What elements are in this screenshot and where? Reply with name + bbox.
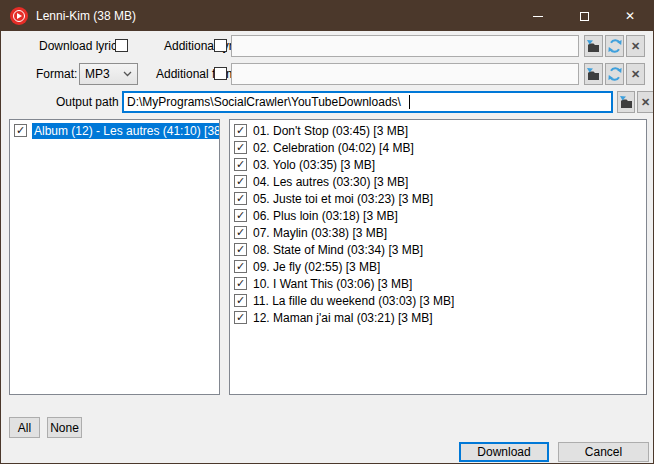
clear-button[interactable]: ✕ [626,63,645,85]
browse-folder-button[interactable] [617,91,635,113]
track-list[interactable]: ✓ 01. Don't Stop (03:45) [3 MB] ✓ 02. Ce… [229,119,647,395]
all-button[interactable]: All [9,417,40,438]
cancel-button[interactable]: Cancel [558,442,649,462]
check-icon: ✓ [236,210,245,221]
text-caret [409,95,410,109]
check-icon: ✓ [16,125,25,136]
youtube-music-icon [10,7,28,25]
format-label: Format: [36,63,77,85]
track-label: 04. Les autres (03:30) [3 MB] [253,175,408,189]
album-list[interactable]: ✓ Album (12) - Les autres (41:10) [38 MB… [9,119,220,395]
track-row[interactable]: ✓ 10. I Want This (03:06) [3 MB] [230,275,646,292]
track-checkbox[interactable]: ✓ [234,192,247,205]
folder-import-icon [587,40,600,53]
download-button[interactable]: Download [459,442,549,462]
track-checkbox[interactable]: ✓ [234,141,247,154]
track-row[interactable]: ✓ 11. La fille du weekend (03:03) [3 MB] [230,292,646,309]
track-checkbox[interactable]: ✓ [234,277,247,290]
check-icon: ✓ [236,261,245,272]
track-label: 12. Maman j'ai mal (03:21) [3 MB] [253,311,433,325]
track-row[interactable]: ✓ 05. Juste toi et moi (03:23) [3 MB] [230,190,646,207]
none-button[interactable]: None [47,417,82,438]
track-row[interactable]: ✓ 02. Celebration (04:02) [4 MB] [230,139,646,156]
track-row[interactable]: ✓ 12. Maman j'ai mal (03:21) [3 MB] [230,309,646,326]
clear-button[interactable]: ✕ [626,35,645,57]
check-icon: ✓ [236,176,245,187]
track-label: 08. State of Mind (03:34) [3 MB] [253,243,423,257]
track-label: 07. Maylin (03:38) [3 MB] [253,226,387,240]
check-icon: ✓ [236,142,245,153]
clear-button[interactable]: ✕ [637,91,654,113]
check-icon: ✓ [236,125,245,136]
format-select[interactable]: MP3 [79,63,138,85]
track-row[interactable]: ✓ 06. Plus loin (03:18) [3 MB] [230,207,646,224]
track-checkbox[interactable]: ✓ [234,243,247,256]
minimize-icon [533,16,543,17]
track-label: 09. Je fly (02:55) [3 MB] [253,260,380,274]
track-label: 01. Don't Stop (03:45) [3 MB] [253,124,408,138]
maximize-button[interactable] [561,1,607,31]
additional-lyrics-input[interactable] [231,35,579,57]
browse-folder-button[interactable] [584,63,603,85]
refresh-icon [608,39,622,53]
check-icon: ✓ [236,312,245,323]
window-title: Lenni-Kim (38 MB) [36,9,136,23]
track-checkbox[interactable]: ✓ [234,226,247,239]
track-label: 05. Juste toi et moi (03:23) [3 MB] [253,192,433,206]
check-icon: ✓ [236,295,245,306]
refresh-button[interactable] [605,35,624,57]
check-icon: ✓ [236,244,245,255]
minimize-button[interactable] [515,1,561,31]
track-label: 03. Yolo (03:35) [3 MB] [253,158,375,172]
check-icon: ✓ [236,227,245,238]
track-row[interactable]: ✓ 09. Je fly (02:55) [3 MB] [230,258,646,275]
album-row[interactable]: ✓ Album (12) - Les autres (41:10) [38 MB… [10,122,219,139]
track-row[interactable]: ✓ 01. Don't Stop (03:45) [3 MB] [230,122,646,139]
track-checkbox[interactable]: ✓ [234,124,247,137]
output-path-label: Output path [56,91,119,113]
download-lyrics-label: Download lyrics [39,35,123,57]
maximize-icon [580,12,589,21]
track-row[interactable]: ✓ 07. Maylin (03:38) [3 MB] [230,224,646,241]
track-label: 11. La fille du weekend (03:03) [3 MB] [253,294,454,308]
album-label: Album (12) - Les autres (41:10) [38 MB] [32,123,219,139]
format-value: MP3 [85,67,110,81]
check-icon: ✓ [236,278,245,289]
track-row[interactable]: ✓ 04. Les autres (03:30) [3 MB] [230,173,646,190]
track-row[interactable]: ✓ 08. State of Mind (03:34) [3 MB] [230,241,646,258]
check-icon: ✓ [236,193,245,204]
album-checkbox[interactable]: ✓ [14,124,27,137]
refresh-icon [608,67,622,81]
track-checkbox[interactable]: ✓ [234,175,247,188]
close-icon: ✕ [625,9,635,23]
window-controls: ✕ [515,1,653,31]
track-label: 06. Plus loin (03:18) [3 MB] [253,209,398,223]
refresh-button[interactable] [605,63,624,85]
track-checkbox[interactable]: ✓ [234,294,247,307]
track-row[interactable]: ✓ 03. Yolo (03:35) [3 MB] [230,156,646,173]
track-checkbox[interactable]: ✓ [234,311,247,324]
app-window: Lenni-Kim (38 MB) ✕ Download lyrics Addi… [0,0,654,464]
titlebar: Lenni-Kim (38 MB) ✕ [1,1,653,31]
additional-formats-checkbox[interactable] [214,67,227,80]
chevron-down-icon [123,71,132,77]
folder-import-icon [620,96,633,109]
clear-icon: ✕ [631,41,640,52]
additional-lyrics-checkbox[interactable] [214,39,227,52]
additional-formats-input[interactable] [231,63,579,85]
clear-icon: ✕ [641,97,650,108]
folder-import-icon [587,68,600,81]
browse-folder-button[interactable] [584,35,603,57]
clear-icon: ✕ [631,69,640,80]
track-label: 02. Celebration (04:02) [4 MB] [253,141,414,155]
download-lyrics-checkbox[interactable] [115,39,128,52]
track-checkbox[interactable]: ✓ [234,158,247,171]
track-label: 10. I Want This (03:06) [3 MB] [253,277,412,291]
check-icon: ✓ [236,159,245,170]
close-button[interactable]: ✕ [607,1,653,31]
track-checkbox[interactable]: ✓ [234,209,247,222]
output-path-input[interactable] [122,91,613,113]
track-checkbox[interactable]: ✓ [234,260,247,273]
